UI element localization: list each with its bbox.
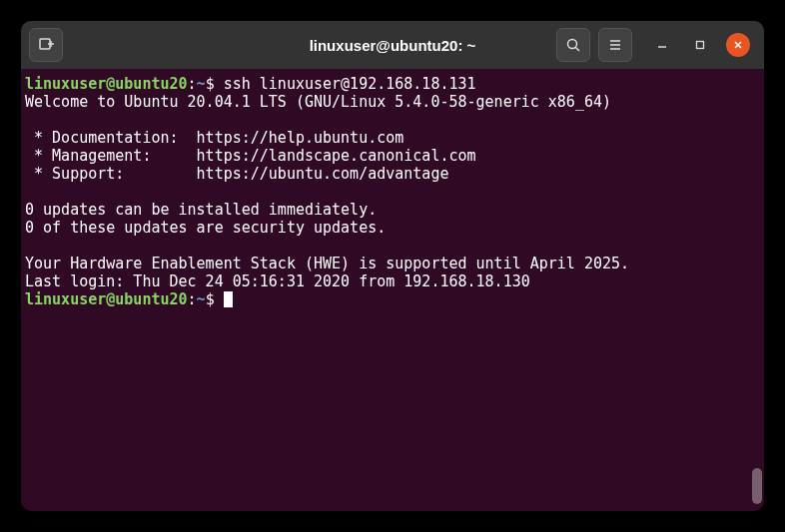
titlebar-left — [29, 28, 63, 62]
prompt-path: ~ — [197, 290, 206, 308]
documentation-line: * Documentation: https://help.ubuntu.com — [25, 129, 403, 147]
close-icon — [733, 40, 743, 50]
prompt-line-1: linuxuser@ubuntu20:~$ ssh linuxuser@192.… — [25, 75, 476, 93]
prompt-dollar: $ — [206, 75, 224, 93]
menu-button[interactable] — [598, 28, 632, 62]
terminal-window: linuxuser@ubuntu20: ~ — [21, 21, 764, 511]
close-button[interactable] — [726, 33, 750, 57]
last-login-line: Last login: Thu Dec 24 05:16:31 2020 fro… — [25, 272, 530, 290]
updates-line-1: 0 updates can be installed immediately. — [25, 201, 377, 219]
svg-rect-9 — [697, 42, 704, 49]
support-line: * Support: https://ubuntu.com/advantage — [25, 165, 448, 183]
svg-point-3 — [568, 40, 577, 49]
svg-line-4 — [576, 48, 580, 52]
updates-line-2: 0 of these updates are security updates. — [25, 219, 386, 237]
welcome-line: Welcome to Ubuntu 20.04.1 LTS (GNU/Linux… — [25, 93, 611, 111]
new-tab-icon — [38, 37, 54, 53]
terminal-body[interactable]: linuxuser@ubuntu20:~$ ssh linuxuser@192.… — [21, 69, 764, 511]
prompt-colon: : — [188, 75, 197, 93]
maximize-icon — [695, 40, 705, 50]
titlebar-right — [556, 28, 756, 62]
scrollbar-thumb[interactable] — [752, 468, 762, 504]
prompt-user: linuxuser@ubuntu20 — [25, 75, 188, 93]
cursor — [224, 291, 233, 307]
minimize-icon — [657, 40, 667, 50]
search-button[interactable] — [556, 28, 590, 62]
hamburger-icon — [607, 37, 623, 53]
minimize-button[interactable] — [650, 33, 674, 57]
window-controls — [650, 33, 750, 57]
hwe-line: Your Hardware Enablement Stack (HWE) is … — [25, 255, 629, 272]
prompt-colon: : — [188, 290, 197, 308]
maximize-button[interactable] — [688, 33, 712, 57]
new-tab-button[interactable] — [29, 28, 63, 62]
prompt-line-2: linuxuser@ubuntu20:~$ — [25, 290, 233, 308]
prompt-path: ~ — [197, 75, 206, 93]
command-text: ssh linuxuser@192.168.18.131 — [224, 75, 476, 93]
titlebar: linuxuser@ubuntu20: ~ — [21, 21, 764, 69]
management-line: * Management: https://landscape.canonica… — [25, 147, 476, 165]
prompt-user: linuxuser@ubuntu20 — [25, 290, 188, 308]
search-icon — [565, 37, 581, 53]
prompt-dollar: $ — [206, 290, 224, 308]
